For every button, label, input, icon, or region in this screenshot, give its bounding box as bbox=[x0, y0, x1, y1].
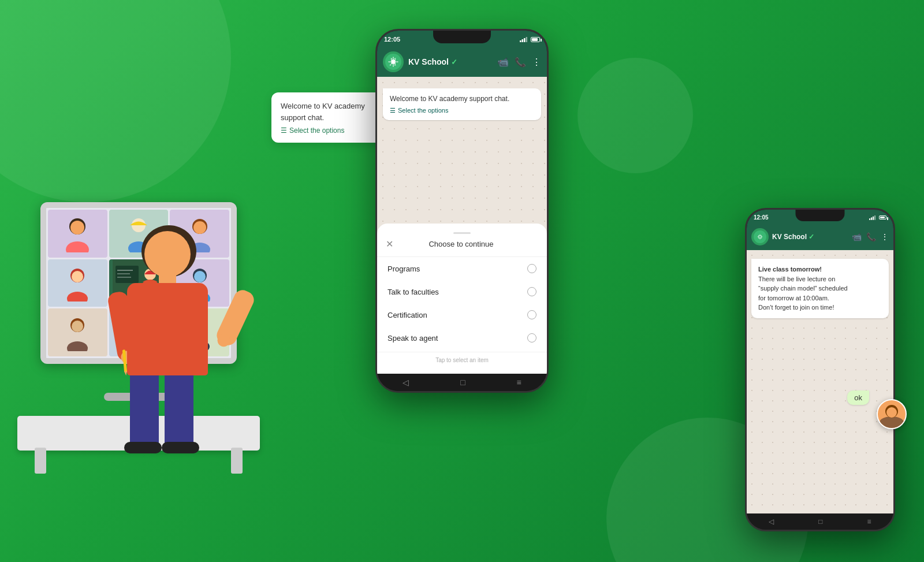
user-avatar-head bbox=[886, 407, 897, 418]
center-wa-avatar-inner bbox=[385, 54, 401, 70]
notification-line2: There will be live lecture on bbox=[758, 276, 835, 282]
person-shoe-left bbox=[124, 442, 162, 453]
right-wa-avatar-inner bbox=[754, 230, 766, 243]
notification-line4: for tomorrow at 10:00am. bbox=[758, 295, 829, 302]
person-hand-right bbox=[215, 332, 232, 349]
phone-right: 12:05 KV School bbox=[745, 208, 895, 531]
svg-rect-32 bbox=[524, 38, 526, 42]
person-arm-right bbox=[214, 287, 257, 348]
choice-radio-faculties[interactable] bbox=[527, 287, 536, 296]
right-more-options-icon[interactable]: ⋮ bbox=[881, 232, 889, 241]
right-wa-action-icons: 📹 📞 ⋮ bbox=[852, 232, 889, 241]
ok-reply-bubble: ok bbox=[847, 390, 869, 405]
speech-bubble-link[interactable]: ☰ Select the options bbox=[281, 126, 389, 135]
svg-point-40 bbox=[759, 236, 762, 239]
welcome-message-text: Welcome to KV academy support chat. bbox=[390, 94, 534, 104]
list-icon: ☰ bbox=[281, 126, 287, 135]
nav-back-button[interactable]: ◁ bbox=[403, 378, 409, 387]
right-wa-avatar bbox=[751, 228, 769, 245]
nav-home-button[interactable]: □ bbox=[460, 378, 465, 387]
right-wa-header: KV School ✓ 📹 📞 ⋮ bbox=[747, 224, 893, 250]
choice-radio-speak[interactable] bbox=[527, 333, 536, 343]
center-wa-name-area: KV School ✓ bbox=[408, 57, 493, 66]
choice-header: ✕ Choose to continue bbox=[377, 239, 547, 257]
nav-recent-button[interactable]: ≡ bbox=[516, 378, 521, 387]
svg-rect-39 bbox=[874, 215, 875, 220]
user-avatar-bubble bbox=[877, 399, 907, 429]
choice-item-certification[interactable]: Certification bbox=[377, 303, 547, 326]
center-status-icons bbox=[520, 36, 540, 42]
svg-rect-38 bbox=[873, 216, 874, 219]
right-battery-icon bbox=[879, 215, 886, 219]
right-nav-back[interactable]: ◁ bbox=[769, 518, 774, 526]
screen-cell-0 bbox=[48, 210, 107, 258]
choice-item-programs-label: Programs bbox=[388, 265, 420, 273]
svg-point-23 bbox=[67, 341, 88, 351]
svg-point-9 bbox=[72, 271, 83, 282]
phone-center: 12:05 bbox=[375, 29, 549, 393]
center-wa-avatar bbox=[383, 51, 404, 72]
choice-sheet: ✕ Choose to continue Programs Talk to fa… bbox=[377, 224, 547, 374]
more-options-icon[interactable]: ⋮ bbox=[532, 57, 541, 68]
center-wa-header: KV School ✓ 📹 📞 ⋮ bbox=[377, 47, 547, 77]
svg-rect-30 bbox=[520, 40, 521, 42]
list-options-icon: ☰ bbox=[390, 107, 396, 114]
choice-close-button[interactable]: ✕ bbox=[386, 239, 393, 250]
drag-handle bbox=[453, 232, 471, 234]
choice-item-speak-to-agent[interactable]: Speak to agent bbox=[377, 326, 547, 349]
right-gear-icon bbox=[755, 232, 765, 241]
right-chat-bg: Live class tomorrow! There will be live … bbox=[747, 250, 893, 513]
right-status-icons bbox=[869, 215, 886, 220]
choice-item-programs[interactable]: Programs bbox=[377, 257, 547, 280]
notification-line5: Don’t forget to join on time! bbox=[758, 304, 834, 311]
choice-radio-certification[interactable] bbox=[527, 310, 536, 319]
phone-notch-right bbox=[796, 210, 845, 221]
phone-call-icon[interactable]: 📞 bbox=[515, 57, 526, 68]
svg-rect-33 bbox=[526, 37, 528, 42]
person-illustration bbox=[104, 208, 248, 451]
user-avatar-body bbox=[880, 416, 904, 428]
notification-text: Live class tomorrow! There will be live … bbox=[758, 265, 882, 312]
notification-line1: Live class tomorrow! bbox=[758, 266, 822, 273]
choice-item-certification-label: Certification bbox=[388, 311, 427, 319]
screen-cell-3 bbox=[48, 259, 107, 307]
choice-item-faculties-label: Talk to faculties bbox=[388, 288, 439, 296]
person-leg-right bbox=[165, 370, 193, 451]
choice-title: Choose to continue bbox=[429, 240, 493, 248]
svg-rect-31 bbox=[522, 39, 524, 42]
right-nav-home[interactable]: □ bbox=[818, 518, 822, 526]
person-head bbox=[144, 231, 191, 277]
svg-point-10 bbox=[67, 292, 88, 302]
gear-icon bbox=[387, 55, 400, 68]
center-status-time: 12:05 bbox=[384, 36, 400, 43]
phone-notch-center bbox=[433, 31, 491, 43]
desk-leg-left bbox=[35, 448, 46, 474]
signal-icon bbox=[520, 36, 528, 42]
desk-leg-right bbox=[231, 448, 243, 474]
right-phone-call-icon[interactable]: 📞 bbox=[866, 232, 876, 241]
choice-item-faculties[interactable]: Talk to faculties bbox=[377, 280, 547, 303]
center-phone-nav: ◁ □ ≡ bbox=[377, 374, 547, 391]
person-shoe-right bbox=[162, 442, 199, 453]
choice-item-speak-label: Speak to agent bbox=[388, 334, 438, 343]
svg-rect-37 bbox=[871, 217, 872, 219]
right-nav-recent[interactable]: ≡ bbox=[867, 518, 871, 526]
svg-rect-36 bbox=[869, 218, 870, 220]
speech-bubble-text: Welcome to KV academy support chat. bbox=[281, 101, 389, 123]
computer-illustration bbox=[17, 202, 260, 451]
notification-bubble: Live class tomorrow! There will be live … bbox=[751, 259, 889, 318]
center-wa-action-icons: 📹 📞 ⋮ bbox=[497, 57, 541, 68]
choice-radio-programs[interactable] bbox=[527, 264, 536, 273]
right-status-time: 12:05 bbox=[754, 214, 769, 221]
bg-decor-circle-1 bbox=[0, 0, 231, 202]
svg-point-2 bbox=[66, 241, 89, 252]
person-torso bbox=[127, 283, 208, 375]
right-verified-check: ✓ bbox=[808, 233, 814, 241]
verified-check-icon: ✓ bbox=[451, 58, 457, 66]
right-wa-name: KV School ✓ bbox=[772, 233, 814, 241]
right-video-call-icon[interactable]: 📹 bbox=[852, 232, 862, 241]
video-call-icon[interactable]: 📹 bbox=[497, 57, 509, 68]
select-options-link[interactable]: ☰ Select the options bbox=[390, 107, 534, 114]
right-wa-name-area: KV School ✓ bbox=[772, 233, 814, 241]
bg-decor-circle-3 bbox=[578, 58, 693, 173]
